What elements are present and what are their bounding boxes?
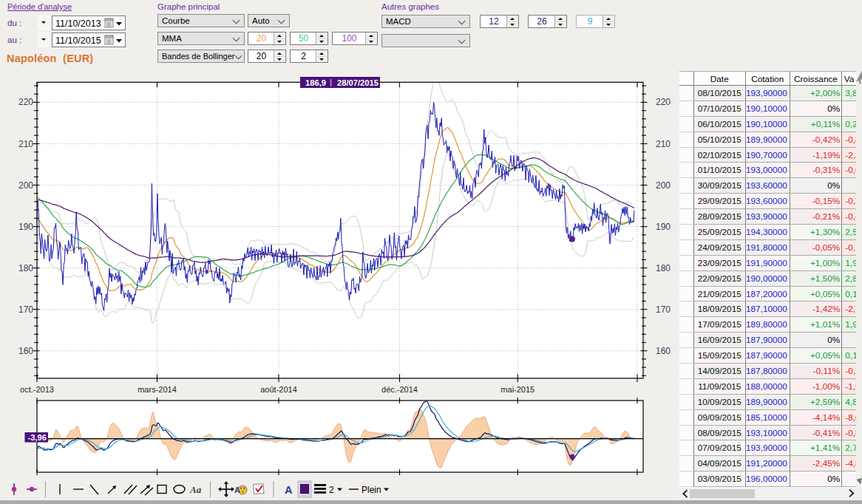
svg-text:170: 170 [656,304,671,315]
svg-text:Aa: Aa [189,484,202,495]
svg-text:190: 190 [18,222,33,232]
svg-text:A: A [285,484,293,496]
svg-text:-3,96: -3,96 [28,433,47,442]
svg-text:160: 160 [18,346,33,356]
svg-text:220: 220 [656,97,671,107]
svg-text:|: | [330,78,332,86]
svg-text:2: 2 [329,485,334,495]
svg-text:28/07/2015: 28/07/2015 [337,78,379,87]
svg-text:180: 180 [18,263,33,273]
svg-text:210: 210 [656,139,671,149]
svg-text:mars-2014: mars-2014 [138,385,177,394]
svg-text:A: A [234,486,240,494]
svg-text:160: 160 [656,346,671,356]
svg-text:190: 190 [656,222,671,232]
svg-text:août-2014: août-2014 [260,385,297,394]
svg-text:200: 200 [18,180,33,191]
svg-text:mai-2015: mai-2015 [500,385,534,394]
svg-text:200: 200 [656,180,671,191]
svg-text:Plein: Plein [362,485,381,495]
svg-text:180: 180 [656,263,671,273]
svg-text:210: 210 [18,139,33,149]
svg-text:220: 220 [18,97,33,107]
svg-text:oct.-2013: oct.-2013 [20,385,54,394]
svg-text:170: 170 [18,304,33,315]
svg-text:186,9: 186,9 [305,78,326,87]
svg-text:déc.-2014: déc.-2014 [381,385,418,394]
